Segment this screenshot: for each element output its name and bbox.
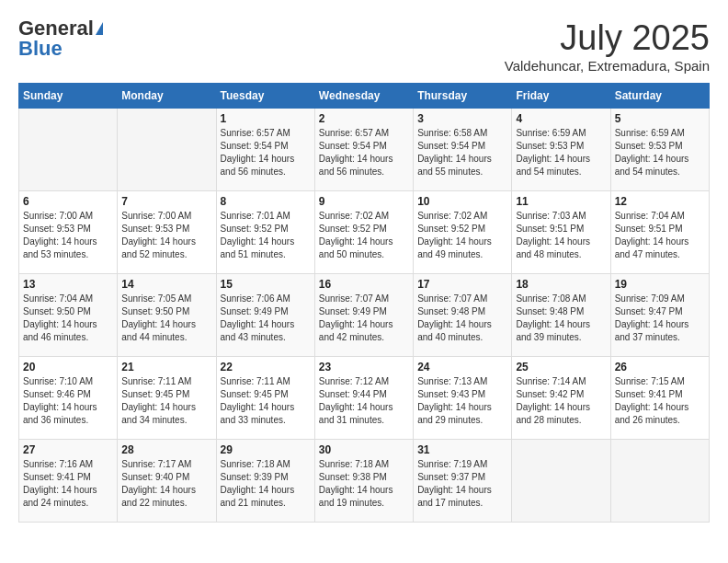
day-header-friday: Friday bbox=[512, 84, 610, 109]
day-number: 4 bbox=[516, 112, 606, 125]
calendar-cell: 8Sunrise: 7:01 AM Sunset: 9:52 PM Daylig… bbox=[216, 191, 314, 274]
day-info: Sunrise: 6:57 AM Sunset: 9:54 PM Dayligh… bbox=[319, 127, 409, 178]
day-info: Sunrise: 7:07 AM Sunset: 9:48 PM Dayligh… bbox=[417, 293, 507, 344]
day-number: 15 bbox=[221, 278, 311, 291]
calendar-cell bbox=[118, 109, 216, 191]
day-number: 20 bbox=[23, 361, 113, 373]
day-info: Sunrise: 7:19 AM Sunset: 9:37 PM Dayligh… bbox=[417, 458, 507, 510]
calendar-week-0: 1Sunrise: 6:57 AM Sunset: 9:54 PM Daylig… bbox=[19, 109, 710, 191]
day-info: Sunrise: 6:57 AM Sunset: 9:54 PM Dayligh… bbox=[221, 127, 311, 178]
page-header: General Blue July 2025 Valdehuncar, Extr… bbox=[18, 18, 710, 74]
logo-icon bbox=[96, 22, 103, 35]
day-header-saturday: Saturday bbox=[610, 84, 709, 109]
day-number: 23 bbox=[319, 361, 409, 373]
day-info: Sunrise: 7:07 AM Sunset: 9:49 PM Dayligh… bbox=[319, 293, 409, 344]
day-number: 14 bbox=[121, 278, 211, 291]
day-number: 6 bbox=[23, 195, 113, 208]
day-info: Sunrise: 7:02 AM Sunset: 9:52 PM Dayligh… bbox=[417, 210, 507, 261]
calendar-cell: 23Sunrise: 7:12 AM Sunset: 9:44 PM Dayli… bbox=[314, 357, 413, 440]
day-info: Sunrise: 7:11 AM Sunset: 9:45 PM Dayligh… bbox=[121, 375, 211, 427]
day-number: 11 bbox=[516, 195, 606, 208]
day-info: Sunrise: 7:02 AM Sunset: 9:52 PM Dayligh… bbox=[319, 210, 409, 261]
calendar-cell: 2Sunrise: 6:57 AM Sunset: 9:54 PM Daylig… bbox=[314, 109, 413, 191]
calendar-cell: 17Sunrise: 7:07 AM Sunset: 9:48 PM Dayli… bbox=[414, 274, 512, 357]
day-number: 1 bbox=[221, 112, 311, 125]
calendar-cell: 30Sunrise: 7:18 AM Sunset: 9:38 PM Dayli… bbox=[314, 440, 413, 523]
day-number: 9 bbox=[319, 195, 409, 208]
day-number: 21 bbox=[121, 361, 211, 373]
day-number: 10 bbox=[417, 195, 507, 208]
calendar-week-1: 6Sunrise: 7:00 AM Sunset: 9:53 PM Daylig… bbox=[19, 191, 710, 274]
calendar-cell: 6Sunrise: 7:00 AM Sunset: 9:53 PM Daylig… bbox=[19, 191, 118, 274]
calendar-header: SundayMondayTuesdayWednesdayThursdayFrid… bbox=[19, 84, 710, 109]
day-number: 30 bbox=[319, 443, 409, 456]
day-info: Sunrise: 7:16 AM Sunset: 9:41 PM Dayligh… bbox=[23, 458, 113, 510]
day-number: 16 bbox=[319, 278, 409, 291]
header-row: SundayMondayTuesdayWednesdayThursdayFrid… bbox=[19, 84, 710, 109]
logo: General Blue bbox=[18, 18, 103, 59]
day-number: 28 bbox=[121, 443, 211, 456]
day-number: 19 bbox=[615, 278, 705, 291]
day-header-monday: Monday bbox=[118, 84, 216, 109]
day-info: Sunrise: 7:08 AM Sunset: 9:48 PM Dayligh… bbox=[516, 293, 606, 344]
calendar-table: SundayMondayTuesdayWednesdayThursdayFrid… bbox=[18, 83, 710, 523]
day-number: 2 bbox=[319, 112, 409, 125]
day-number: 25 bbox=[516, 361, 606, 373]
logo-blue-text: Blue bbox=[18, 39, 63, 59]
month-title: July 2025 bbox=[505, 18, 710, 58]
calendar-cell: 21Sunrise: 7:11 AM Sunset: 9:45 PM Dayli… bbox=[118, 357, 216, 440]
calendar-cell: 22Sunrise: 7:11 AM Sunset: 9:45 PM Dayli… bbox=[216, 357, 314, 440]
calendar-cell: 26Sunrise: 7:15 AM Sunset: 9:41 PM Dayli… bbox=[610, 357, 709, 440]
day-info: Sunrise: 7:00 AM Sunset: 9:53 PM Dayligh… bbox=[23, 210, 113, 261]
day-info: Sunrise: 6:59 AM Sunset: 9:53 PM Dayligh… bbox=[516, 127, 606, 178]
calendar-cell: 7Sunrise: 7:00 AM Sunset: 9:53 PM Daylig… bbox=[118, 191, 216, 274]
calendar-cell: 27Sunrise: 7:16 AM Sunset: 9:41 PM Dayli… bbox=[19, 440, 118, 523]
day-header-sunday: Sunday bbox=[19, 84, 118, 109]
calendar-cell: 18Sunrise: 7:08 AM Sunset: 9:48 PM Dayli… bbox=[512, 274, 610, 357]
day-number: 26 bbox=[615, 361, 705, 373]
day-info: Sunrise: 7:04 AM Sunset: 9:51 PM Dayligh… bbox=[615, 210, 705, 261]
day-info: Sunrise: 7:00 AM Sunset: 9:53 PM Dayligh… bbox=[121, 210, 211, 261]
calendar-cell: 4Sunrise: 6:59 AM Sunset: 9:53 PM Daylig… bbox=[512, 109, 610, 191]
day-header-thursday: Thursday bbox=[414, 84, 512, 109]
day-header-wednesday: Wednesday bbox=[314, 84, 413, 109]
calendar-cell: 29Sunrise: 7:18 AM Sunset: 9:39 PM Dayli… bbox=[216, 440, 314, 523]
day-number: 3 bbox=[417, 112, 507, 125]
day-number: 29 bbox=[221, 443, 311, 456]
day-number: 13 bbox=[23, 278, 113, 291]
calendar-cell: 10Sunrise: 7:02 AM Sunset: 9:52 PM Dayli… bbox=[414, 191, 512, 274]
day-info: Sunrise: 7:03 AM Sunset: 9:51 PM Dayligh… bbox=[516, 210, 606, 261]
calendar-cell: 31Sunrise: 7:19 AM Sunset: 9:37 PM Dayli… bbox=[414, 440, 512, 523]
day-info: Sunrise: 7:17 AM Sunset: 9:40 PM Dayligh… bbox=[121, 458, 211, 510]
calendar-cell: 1Sunrise: 6:57 AM Sunset: 9:54 PM Daylig… bbox=[216, 109, 314, 191]
day-info: Sunrise: 7:18 AM Sunset: 9:38 PM Dayligh… bbox=[319, 458, 409, 510]
logo-general-text: General bbox=[18, 18, 94, 39]
day-info: Sunrise: 7:05 AM Sunset: 9:50 PM Dayligh… bbox=[121, 293, 211, 344]
day-info: Sunrise: 7:12 AM Sunset: 9:44 PM Dayligh… bbox=[319, 375, 409, 427]
day-number: 31 bbox=[417, 443, 507, 456]
calendar-cell: 25Sunrise: 7:14 AM Sunset: 9:42 PM Dayli… bbox=[512, 357, 610, 440]
day-number: 27 bbox=[23, 443, 113, 456]
calendar-cell: 15Sunrise: 7:06 AM Sunset: 9:49 PM Dayli… bbox=[216, 274, 314, 357]
day-info: Sunrise: 7:06 AM Sunset: 9:49 PM Dayligh… bbox=[221, 293, 311, 344]
title-block: July 2025 Valdehuncar, Extremadura, Spai… bbox=[505, 18, 710, 74]
day-number: 18 bbox=[516, 278, 606, 291]
calendar-cell bbox=[610, 440, 709, 523]
calendar-week-3: 20Sunrise: 7:10 AM Sunset: 9:46 PM Dayli… bbox=[19, 357, 710, 440]
day-info: Sunrise: 7:01 AM Sunset: 9:52 PM Dayligh… bbox=[221, 210, 311, 261]
day-number: 5 bbox=[615, 112, 705, 125]
calendar-body: 1Sunrise: 6:57 AM Sunset: 9:54 PM Daylig… bbox=[19, 109, 710, 523]
calendar-cell: 24Sunrise: 7:13 AM Sunset: 9:43 PM Dayli… bbox=[414, 357, 512, 440]
calendar-cell bbox=[19, 109, 118, 191]
day-header-tuesday: Tuesday bbox=[216, 84, 314, 109]
location-subtitle: Valdehuncar, Extremadura, Spain bbox=[505, 58, 710, 74]
day-info: Sunrise: 7:10 AM Sunset: 9:46 PM Dayligh… bbox=[23, 375, 113, 427]
calendar-cell bbox=[512, 440, 610, 523]
calendar-cell: 19Sunrise: 7:09 AM Sunset: 9:47 PM Dayli… bbox=[610, 274, 709, 357]
day-info: Sunrise: 7:14 AM Sunset: 9:42 PM Dayligh… bbox=[516, 375, 606, 427]
calendar-cell: 11Sunrise: 7:03 AM Sunset: 9:51 PM Dayli… bbox=[512, 191, 610, 274]
day-info: Sunrise: 7:13 AM Sunset: 9:43 PM Dayligh… bbox=[417, 375, 507, 427]
calendar-cell: 28Sunrise: 7:17 AM Sunset: 9:40 PM Dayli… bbox=[118, 440, 216, 523]
calendar-cell: 9Sunrise: 7:02 AM Sunset: 9:52 PM Daylig… bbox=[314, 191, 413, 274]
day-number: 24 bbox=[417, 361, 507, 373]
